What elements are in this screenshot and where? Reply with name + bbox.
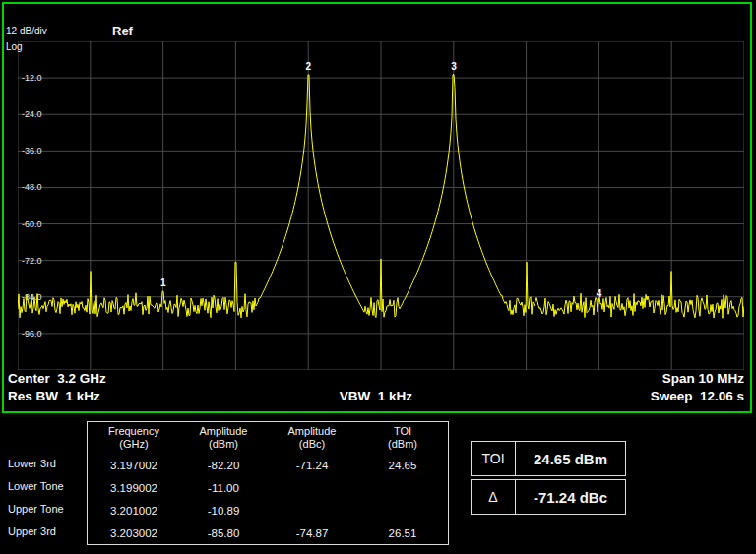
row-label-lower-3rd: Lower 3rd [8,453,85,475]
toi-result-label: TOI [472,442,516,475]
row-label-lower-tone: Lower Tone [8,475,85,498]
scale-label: 12 dB/div [6,26,47,36]
cell-upper-tone-amp-dbm: -10.89 [180,499,267,522]
col-header-amplitude-dbm: Amplitude (dBm) [180,422,267,454]
cell-lower-3rd-amp-dbm: -82.20 [180,454,267,476]
analyzer-screen: -12.0-24.0-36.0-48.0-60.0-72.0-84.0-96.0… [0,0,756,554]
col-header-amplitude-dbm-unit: (dBm) [209,438,238,451]
col-header-toi: TOI (dBm) [357,422,448,454]
col-header-amplitude-dbm-name: Amplitude [200,425,248,438]
res-bw-label: Res BW 1 kHz [8,389,253,403]
col-header-toi-name: TOI [394,425,411,438]
vbw-label: VBW 1 kHz [253,389,498,403]
toi-result-box: TOI 24.65 dBm [471,441,626,476]
y-axis-tick-label: -36.0 [22,146,42,155]
cell-lower-tone-amp-dbc [267,476,357,499]
cell-upper-3rd-amp-dbm: -85.80 [180,522,267,544]
toi-result-value: 24.65 dBm [516,442,625,475]
col-header-toi-unit: (dBm) [388,438,417,451]
spectrum-panel: -12.0-24.0-36.0-48.0-60.0-72.0-84.0-96.0… [2,2,752,413]
marker-label-1: 1 [160,277,166,288]
row-label-upper-3rd: Upper 3rd [8,521,85,543]
col-header-amplitude-dbc-name: Amplitude [288,425,337,438]
cell-upper-tone-amp-dbc [267,499,357,522]
y-axis-tick-label: -96.0 [22,329,42,339]
marker-label-4: 4 [597,288,602,299]
cell-upper-tone-freq: 3.201002 [88,499,180,522]
delta-result-box: Δ -71.24 dBc [471,479,626,515]
y-axis-tick-label: -12.0 [22,73,42,83]
cell-upper-tone-toi [357,499,448,522]
cell-lower-3rd-amp-dbc: -71.24 [267,454,357,476]
col-header-amplitude-dbc: Amplitude (dBc) [267,422,357,454]
measurement-results: Lower 3rd Lower Tone Upper Tone Upper 3r… [0,417,756,554]
y-axis-tick-label: -60.0 [22,219,42,229]
y-axis-tick-label: -24.0 [22,109,42,119]
cell-lower-tone-toi [357,476,448,499]
delta-result-label: Δ [472,480,516,514]
sweep-time-label: Sweep 12.06 s [499,389,744,403]
col-header-amplitude-dbc-unit: (dBc) [299,438,325,451]
summary-result-boxes: TOI 24.65 dBm Δ -71.24 dBc [471,441,626,518]
span-label: Span 10 MHz [376,371,744,386]
col-header-frequency-unit: (GHz) [119,438,148,451]
cell-lower-3rd-toi: 24.65 [357,454,448,476]
marker-label-3: 3 [451,61,457,72]
plot-area: -12.0-24.0-36.0-48.0-60.0-72.0-84.0-96.0… [18,41,744,370]
col-header-frequency-name: Frequency [108,425,159,438]
spectrum-plot: -12.0-24.0-36.0-48.0-60.0-72.0-84.0-96.0… [18,41,744,370]
footer-row-1: Center 3.2 GHz Span 10 MHz [8,371,744,386]
results-table: Frequency (GHz) Amplitude (dBm) Amplitud… [87,421,449,545]
center-frequency-label: Center 3.2 GHz [8,371,376,386]
marker-label-2: 2 [306,61,312,72]
cell-upper-3rd-amp-dbc: -74.87 [267,522,357,544]
y-axis-tick-label: -48.0 [22,182,42,192]
col-header-frequency: Frequency (GHz) [88,422,180,454]
log-mode-label: Log [6,41,23,52]
y-axis-tick-label: -72.0 [22,256,42,266]
cell-lower-tone-freq: 3.199002 [88,476,180,499]
cell-upper-3rd-freq: 3.203002 [88,522,180,544]
ref-level-label: Ref [112,24,133,38]
cell-lower-tone-amp-dbm: -11.00 [180,476,267,499]
cell-lower-3rd-freq: 3.197002 [88,454,180,476]
delta-result-value: -71.24 dBc [516,480,625,514]
cell-upper-3rd-toi: 26.51 [357,522,448,544]
row-label-upper-tone: Upper Tone [8,498,85,521]
footer-row-2: Res BW 1 kHz VBW 1 kHz Sweep 12.06 s [8,389,744,403]
